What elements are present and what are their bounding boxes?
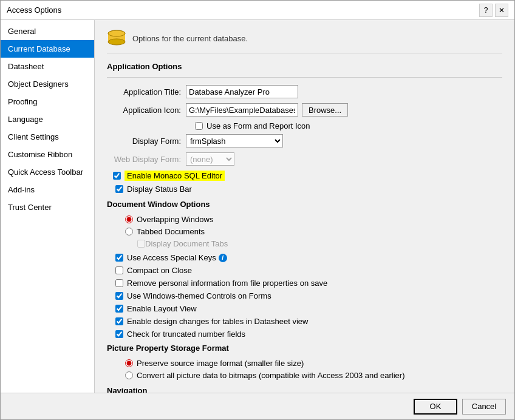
- cancel-button[interactable]: Cancel: [462, 399, 506, 415]
- check-truncated-checkbox[interactable]: [115, 330, 123, 338]
- sidebar-item-customise-ribbon[interactable]: Customise Ribbon: [1, 146, 94, 163]
- close-button[interactable]: ✕: [495, 4, 508, 17]
- overlapping-radio[interactable]: [125, 215, 133, 223]
- app-icon-label: Application Icon:: [107, 106, 186, 115]
- preserve-image-row: Preserve source image format (smaller fi…: [125, 359, 502, 368]
- svg-point-3: [108, 30, 125, 36]
- windows-themed-row: Use Windows-themed Controls on Forms: [115, 291, 502, 300]
- display-status-bar-label: Display Status Bar: [127, 185, 192, 194]
- remove-personal-row: Remove personal information from file pr…: [115, 279, 502, 288]
- convert-bitmaps-radio[interactable]: [125, 371, 133, 379]
- info-icon[interactable]: i: [219, 254, 227, 262]
- display-doc-tabs-checkbox[interactable]: [137, 240, 145, 248]
- app-options-title: Application Options: [107, 62, 502, 71]
- enable-layout-row: Enable Layout View: [115, 304, 502, 313]
- display-status-bar-row: Display Status Bar: [115, 185, 502, 194]
- sidebar-item-datasheet[interactable]: Datasheet: [1, 58, 94, 75]
- web-display-form-label: Web Display Form:: [107, 155, 186, 164]
- use-as-form-label: Use as Form and Report Icon: [206, 121, 310, 130]
- display-form-label: Display Form:: [107, 137, 186, 146]
- display-form-select[interactable]: frmSplash: [186, 134, 283, 147]
- app-icon-input[interactable]: [186, 103, 298, 117]
- sidebar-item-language[interactable]: Language: [1, 110, 94, 128]
- sidebar-item-quick-access-toolbar[interactable]: Quick Access Toolbar: [1, 163, 94, 181]
- picture-storage-title: Picture Property Storage Format: [107, 344, 502, 353]
- sidebar-item-proofing[interactable]: Proofing: [1, 93, 94, 110]
- remove-personal-checkbox[interactable]: [115, 279, 123, 287]
- web-display-form-select[interactable]: (none): [186, 152, 234, 166]
- windows-themed-label: Use Windows-themed Controls on Forms: [127, 291, 271, 300]
- use-as-form-row: Use as Form and Report Icon: [195, 121, 502, 130]
- access-options-dialog: Access Options ? ✕ GeneralCurrent Databa…: [0, 0, 515, 420]
- compact-on-close-label: Compact on Close: [127, 266, 192, 275]
- header-section: Options for the current database.: [107, 29, 502, 53]
- sidebar-item-trust-center[interactable]: Trust Center: [1, 198, 94, 216]
- enable-layout-label: Enable Layout View: [127, 304, 197, 313]
- sidebar-item-object-designers[interactable]: Object Designers: [1, 75, 94, 93]
- main-content: Options for the current database. Applic…: [95, 20, 514, 393]
- tabbed-row: Tabbed Documents: [125, 227, 502, 236]
- title-bar-buttons: ? ✕: [479, 4, 508, 17]
- svg-point-2: [108, 39, 125, 45]
- sidebar-item-add-ins[interactable]: Add-ins: [1, 181, 94, 198]
- display-tabs-label: Display Document Tabs: [145, 239, 228, 248]
- sidebar-item-current-database[interactable]: Current Database: [1, 40, 94, 58]
- convert-bitmaps-row: Convert all picture data to bitmaps (com…: [125, 371, 502, 380]
- sidebar-item-client-settings[interactable]: Client Settings: [1, 128, 94, 146]
- app-options-divider: [107, 77, 502, 78]
- windows-themed-checkbox[interactable]: [115, 292, 123, 300]
- compact-on-close-row: Compact on Close: [115, 266, 502, 275]
- dialog-title: Access Options: [7, 5, 61, 15]
- app-icon-row: Application Icon: Browse...: [107, 103, 502, 117]
- enable-design-row: Enable design changes for tables in Data…: [115, 317, 502, 326]
- enable-monaco-checkbox[interactable]: [113, 172, 121, 180]
- enable-layout-checkbox[interactable]: [115, 305, 123, 313]
- use-access-keys-checkbox[interactable]: [115, 254, 123, 262]
- database-icon: [107, 29, 126, 48]
- browse-button[interactable]: Browse...: [302, 103, 348, 117]
- enable-monaco-row: Enable Monaco SQL Editor: [113, 171, 502, 181]
- remove-personal-label: Remove personal information from file pr…: [127, 279, 327, 288]
- header-description: Options for the current database.: [132, 34, 248, 43]
- enable-design-label: Enable design changes for tables in Data…: [127, 317, 308, 326]
- enable-monaco-label: Enable Monaco SQL Editor: [124, 171, 225, 181]
- help-button[interactable]: ?: [479, 4, 493, 17]
- check-truncated-label: Check for truncated number fields: [127, 330, 245, 339]
- dialog-footer: OK Cancel: [1, 393, 514, 419]
- display-form-row: Display Form: frmSplash: [107, 134, 502, 147]
- compact-on-close-checkbox[interactable]: [115, 266, 123, 274]
- sidebar: GeneralCurrent DatabaseDatasheetObject D…: [1, 20, 95, 393]
- dialog-body: GeneralCurrent DatabaseDatasheetObject D…: [1, 20, 514, 393]
- use-access-keys-row: Use Access Special Keys i: [115, 253, 502, 262]
- tabbed-radio[interactable]: [125, 228, 133, 235]
- display-tabs-row: Display Document Tabs: [137, 239, 502, 248]
- overlapping-label: Overlapping Windows: [137, 215, 213, 224]
- enable-design-checkbox[interactable]: [115, 317, 123, 325]
- tabbed-label: Tabbed Documents: [137, 227, 205, 236]
- convert-bitmaps-label: Convert all picture data to bitmaps (com…: [137, 371, 405, 380]
- use-as-form-checkbox[interactable]: [195, 122, 203, 130]
- ok-button[interactable]: OK: [414, 399, 457, 415]
- display-status-bar-checkbox[interactable]: [115, 185, 123, 193]
- sidebar-item-general[interactable]: General: [1, 22, 94, 40]
- navigation-title: Navigation: [107, 386, 502, 393]
- title-bar: Access Options ? ✕: [1, 1, 514, 20]
- use-access-keys-label: Use Access Special Keys: [127, 253, 216, 262]
- app-title-row: Application Title:: [107, 85, 502, 98]
- web-display-form-row: Web Display Form: (none): [107, 152, 502, 166]
- check-truncated-row: Check for truncated number fields: [115, 330, 502, 339]
- preserve-image-radio[interactable]: [125, 359, 133, 367]
- doc-window-title: Document Window Options: [107, 200, 502, 209]
- app-title-label: Application Title:: [107, 87, 186, 97]
- content-area: Options for the current database. Applic…: [95, 20, 514, 393]
- overlapping-row: Overlapping Windows: [125, 215, 502, 224]
- preserve-image-label: Preserve source image format (smaller fi…: [137, 359, 304, 368]
- app-title-input[interactable]: [186, 85, 298, 98]
